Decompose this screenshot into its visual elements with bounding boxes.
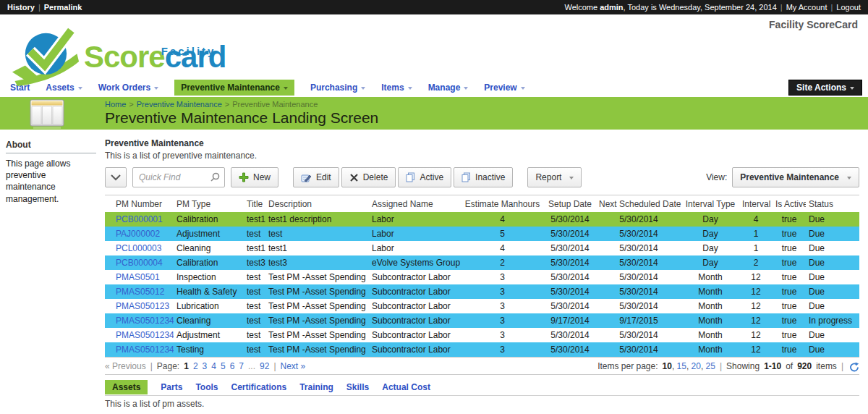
- cell-pm_number: PCB000001: [105, 212, 174, 227]
- items-per-page-20[interactable]: 20: [692, 361, 701, 371]
- pm-number-link[interactable]: PMAS05012: [116, 287, 164, 297]
- tab-parts[interactable]: Parts: [161, 382, 182, 392]
- separator: |: [38, 3, 41, 12]
- cell-manhours: 3: [461, 299, 544, 313]
- nav-item-items[interactable]: Items: [381, 83, 412, 93]
- nav-item-label: Purchasing: [310, 83, 357, 93]
- page-links: 234567: [193, 361, 244, 371]
- pm-number-link[interactable]: PMAS05012345: [116, 330, 174, 340]
- inactive-button[interactable]: Inactive: [454, 167, 513, 187]
- report-button[interactable]: Report: [527, 167, 582, 187]
- tab-skills[interactable]: Skills: [346, 382, 369, 392]
- tab-certifications[interactable]: Certifications: [231, 382, 287, 392]
- logout-link[interactable]: Logout: [836, 3, 861, 12]
- page-link-2[interactable]: 2: [193, 361, 198, 371]
- pm-number-link[interactable]: PMAS0501: [116, 272, 160, 282]
- search-icon[interactable]: [210, 172, 220, 182]
- my-account-link[interactable]: My Account: [786, 3, 827, 12]
- nav-item-work-orders[interactable]: Work Orders: [98, 83, 158, 93]
- table-row[interactable]: PMAS050123LubricationtestTest PM -Asset …: [105, 299, 859, 313]
- table-row[interactable]: PMAS0501InspectiontestTest PM -Asset Spe…: [105, 270, 859, 284]
- refresh-icon[interactable]: [849, 362, 859, 372]
- cell-is_active: true: [773, 299, 806, 313]
- page-link-4[interactable]: 4: [211, 361, 216, 371]
- showing-label: Showing: [726, 361, 760, 371]
- view-value: Preventive Maintenance: [740, 172, 839, 182]
- permalink-link[interactable]: Permalink: [44, 3, 82, 12]
- pm-number-link[interactable]: PCL000003: [116, 243, 161, 253]
- view-dropdown[interactable]: Preventive Maintenance: [732, 167, 859, 187]
- page-link-5[interactable]: 5: [221, 361, 226, 371]
- pm-number-link[interactable]: PMAS050123: [116, 301, 169, 311]
- nav-item-manage[interactable]: Manage: [428, 83, 469, 93]
- edit-actions-group: Edit Delete Active Inactive: [293, 167, 513, 187]
- new-button[interactable]: New: [231, 167, 278, 187]
- table-row[interactable]: PMAS0501234CleaningtestTest PM -Asset Sp…: [105, 313, 859, 328]
- table-row[interactable]: PMAS05012345AdjustmenttestTest PM -Asset…: [105, 328, 859, 342]
- nav-item-preventive-maintenance[interactable]: Preventive Maintenance: [174, 80, 294, 96]
- tab-training[interactable]: Training: [299, 382, 333, 392]
- cell-pm_type: Adjustment: [174, 227, 244, 241]
- column-header-setup[interactable]: Setup Date: [544, 195, 596, 213]
- pm-number-link[interactable]: PCB000001: [116, 214, 163, 224]
- tab-tools[interactable]: Tools: [195, 382, 218, 392]
- table-row[interactable]: PCB000001Calibrationtest1test1 descripti…: [105, 212, 859, 227]
- column-header-pm_type[interactable]: PM Type: [174, 195, 244, 213]
- column-header-assigned[interactable]: Assigned Name: [369, 195, 461, 213]
- table-row[interactable]: PCB000004Calibrationtest3test3eVolve Sys…: [105, 255, 859, 270]
- about-sidebar: About This page allows preventive mainte…: [0, 130, 105, 414]
- page-link-7[interactable]: 7: [239, 361, 244, 371]
- nav-item-label: Manage: [428, 83, 461, 93]
- site-actions-button[interactable]: Site Actions: [788, 80, 862, 96]
- cell-manhours: 3: [461, 284, 544, 299]
- cell-interval: 1: [739, 227, 773, 241]
- pm-section-note: This is a list of preventive maintenance…: [105, 151, 859, 161]
- tab-assets[interactable]: Assets: [105, 380, 148, 394]
- chevron-down-icon: [110, 173, 122, 182]
- column-header-is_active[interactable]: Is Active: [773, 195, 806, 213]
- column-header-interval[interactable]: Interval: [739, 195, 773, 213]
- page-link-last[interactable]: 92: [260, 361, 269, 371]
- edit-button[interactable]: Edit: [293, 167, 339, 187]
- table-row[interactable]: PMAS050123456TestingtestTest PM -Asset S…: [105, 342, 859, 357]
- cell-interval_type: Month: [681, 313, 739, 328]
- page-link-3[interactable]: 3: [203, 361, 208, 371]
- table-row[interactable]: PCL000003Cleaningtest1test1Labor45/30/20…: [105, 241, 859, 255]
- pm-number-link[interactable]: PMAS0501234: [116, 316, 174, 326]
- next-page-link[interactable]: Next »: [281, 361, 306, 371]
- active-button[interactable]: Active: [398, 167, 451, 187]
- edit-icon: [301, 173, 312, 182]
- toolbar-menu-button[interactable]: [105, 167, 127, 187]
- main-nav: StartAssetsWork OrdersPreventive Mainten…: [0, 78, 868, 97]
- content: About This page allows preventive mainte…: [0, 130, 868, 414]
- table-row[interactable]: PAJ000002AdjustmenttesttestLabor55/30/20…: [105, 227, 859, 241]
- chevron-down-icon: [464, 87, 468, 90]
- nav-item-purchasing[interactable]: Purchasing: [310, 83, 365, 93]
- chevron-down-icon: [154, 87, 158, 90]
- pm-number-link[interactable]: PAJ000002: [116, 229, 160, 239]
- items-per-page-25[interactable]: 25: [706, 361, 715, 371]
- breadcrumb-parent-link[interactable]: Preventive Maintenance: [137, 100, 222, 109]
- breadcrumb-separator: >: [225, 100, 229, 109]
- delete-button[interactable]: Delete: [341, 167, 396, 187]
- column-header-pm_number[interactable]: PM Number: [105, 195, 174, 213]
- column-header-next[interactable]: Next Scheduled Date: [596, 195, 681, 213]
- cell-is_active: true: [773, 270, 806, 284]
- cell-pm_number: PAJ000002: [105, 227, 174, 241]
- column-header-title[interactable]: Title: [244, 195, 265, 213]
- cell-title: test: [244, 342, 265, 357]
- cell-description: test1: [265, 241, 369, 255]
- tab-actual-cost[interactable]: Actual Cost: [382, 382, 430, 392]
- column-header-status[interactable]: Status: [806, 195, 859, 213]
- nav-item-preview[interactable]: Preview: [484, 83, 524, 93]
- column-header-description[interactable]: Description: [265, 195, 369, 213]
- pm-number-link[interactable]: PMAS050123456: [116, 345, 174, 355]
- column-header-manhours[interactable]: Estimate Manhours: [461, 195, 544, 213]
- pm-number-link[interactable]: PCB000004: [116, 258, 163, 268]
- column-header-interval_type[interactable]: Interval Type: [681, 195, 739, 213]
- page-link-6[interactable]: 6: [230, 361, 235, 371]
- items-per-page-15[interactable]: 15: [677, 361, 686, 371]
- table-row[interactable]: PMAS05012Health & SafetytestTest PM -Ass…: [105, 284, 859, 299]
- breadcrumb-home-link[interactable]: Home: [105, 100, 126, 109]
- history-link[interactable]: History: [7, 3, 35, 12]
